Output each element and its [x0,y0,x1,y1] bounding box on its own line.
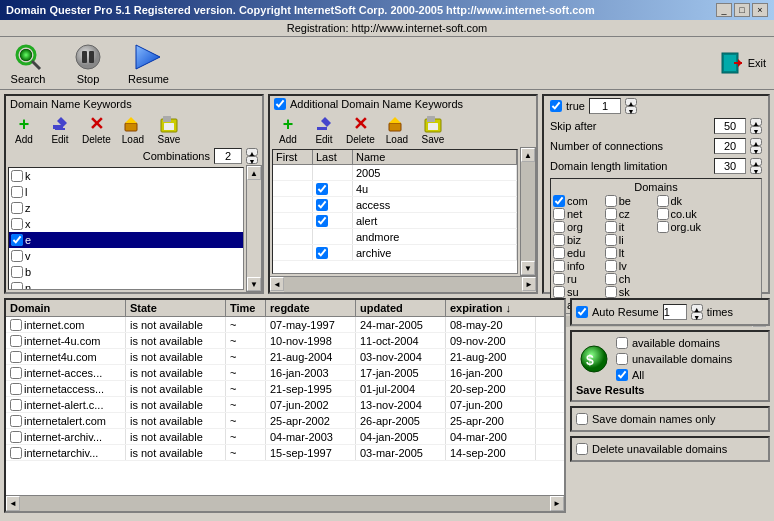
col-regdate-header[interactable]: regdate [266,300,356,316]
kw-item[interactable]: v [9,248,243,264]
domain-ru[interactable]: ru [553,273,604,285]
domain-lt[interactable]: lt [605,247,656,259]
auto-resume-down[interactable]: ▼ [691,312,703,320]
addkw-delete-button[interactable]: ✕ Delete [346,114,375,145]
kw-edit-button[interactable]: Edit [46,114,74,145]
all-checkbox[interactable] [616,369,628,381]
table-row[interactable]: internet.com is not available ~ 07-may-1… [6,317,564,333]
delete-unavailable-panel[interactable]: Delete unavailable domains [570,436,770,462]
length-down[interactable]: ▼ [750,166,762,174]
grid-row[interactable]: 4u [273,181,517,197]
domain-edu[interactable]: edu [553,247,604,259]
save-domain-checkbox[interactable] [576,413,588,425]
table-hscroll-left[interactable]: ◄ [6,496,20,511]
kw-add-button[interactable]: + Add [10,114,38,145]
save-domain-panel[interactable]: Save domain names only [570,406,770,432]
table-row[interactable]: internetalert.com is not available ~ 25-… [6,413,564,429]
grid-row[interactable]: 2005 [273,165,517,181]
using-hyphens-checkbox[interactable] [550,100,562,112]
grid-row[interactable]: andmore [273,229,517,245]
skip-after-down[interactable]: ▼ [750,126,762,134]
table-hscroll-right[interactable]: ► [550,496,564,511]
save-domain-row[interactable]: Save domain names only [576,412,764,426]
combinations-up[interactable]: ▲ [246,148,258,156]
connections-input[interactable] [714,138,746,154]
hscroll-right[interactable]: ► [522,277,536,291]
col-domain-header[interactable]: Domain [6,300,126,316]
addkw-scrollbar[interactable]: ▲ ▼ [520,147,536,276]
kw-item[interactable]: k [9,168,243,184]
additional-keywords-grid[interactable]: First Last Name 2005 4u [272,149,518,274]
minimize-button[interactable]: _ [716,3,732,17]
combinations-input[interactable] [214,148,242,164]
maximize-button[interactable]: □ [734,3,750,17]
kw-load-button[interactable]: Load [119,114,147,145]
exit-label[interactable]: Exit [748,57,766,69]
kw-item[interactable]: x [9,216,243,232]
close-button[interactable]: × [752,3,768,17]
hyphens-down[interactable]: ▼ [625,106,637,114]
domain-be[interactable]: be [605,195,656,207]
table-hscroll[interactable]: ◄ ► [6,495,564,511]
connections-up[interactable]: ▲ [750,138,762,146]
all-row[interactable]: All [616,368,732,382]
addkw-hscroll[interactable]: ◄ ► [270,276,536,292]
kw-save-button[interactable]: Save [155,114,183,145]
available-checkbox[interactable] [616,337,628,349]
domain-ch[interactable]: ch [605,273,656,285]
domain-dk[interactable]: dk [657,195,708,207]
search-button[interactable]: Search [8,41,48,85]
scrollbar-up[interactable]: ▲ [247,166,261,180]
length-input[interactable] [714,158,746,174]
kw-item[interactable]: l [9,184,243,200]
kw-delete-button[interactable]: ✕ Delete [82,114,111,145]
addkw-load-button[interactable]: Load [383,114,411,145]
length-up[interactable]: ▲ [750,158,762,166]
addkw-scrollbar-up[interactable]: ▲ [521,148,535,162]
addkw-edit-button[interactable]: Edit [310,114,338,145]
col-name-header[interactable]: Name [353,150,517,164]
domain-it[interactable]: it [605,221,656,233]
keywords-list[interactable]: k l z x e v b n m internet [8,167,244,290]
resume-button[interactable]: Resume [128,41,169,85]
domain-li[interactable]: li [605,234,656,246]
grid-row[interactable]: archive [273,245,517,261]
domain-info[interactable]: info [553,260,604,272]
available-row[interactable]: available domains [616,336,732,350]
addkw-add-button[interactable]: + Add [274,114,302,145]
skip-after-up[interactable]: ▲ [750,118,762,126]
addkw-save-button[interactable]: Save [419,114,447,145]
addkw-scrollbar-down[interactable]: ▼ [521,261,535,275]
grid-row[interactable]: access [273,197,517,213]
table-body[interactable]: internet.com is not available ~ 07-may-1… [6,317,564,495]
table-row[interactable]: internet-archiv... is not available ~ 04… [6,429,564,445]
table-row[interactable]: internet-acces... is not available ~ 16-… [6,365,564,381]
additional-keywords-checkbox[interactable] [274,98,286,110]
kw-item[interactable]: z [9,200,243,216]
auto-resume-input[interactable] [663,304,687,320]
combinations-down[interactable]: ▼ [246,156,258,164]
domain-couk[interactable]: co.uk [657,208,708,220]
kw-item[interactable]: n [9,280,243,290]
skip-after-input[interactable] [714,118,746,134]
scrollbar-down[interactable]: ▼ [247,277,261,291]
unavailable-row[interactable]: unavailable domains [616,352,732,366]
domain-sk[interactable]: sk [605,286,656,298]
domain-orguk[interactable]: org.uk [657,221,708,233]
table-row[interactable]: internet-alert.c... is not available ~ 0… [6,397,564,413]
domain-cz[interactable]: cz [605,208,656,220]
hyphens-up[interactable]: ▲ [625,98,637,106]
kw-item-selected[interactable]: e [9,232,243,248]
connections-down[interactable]: ▼ [750,146,762,154]
domain-su[interactable]: su [553,286,604,298]
stop-button[interactable]: Stop [68,41,108,85]
auto-resume-up[interactable]: ▲ [691,304,703,312]
col-expiration-header[interactable]: expiration ↓ [446,300,536,316]
hscroll-left[interactable]: ◄ [270,277,284,291]
kw-item[interactable]: b [9,264,243,280]
col-state-header[interactable]: State [126,300,226,316]
domain-org[interactable]: org [553,221,604,233]
col-updated-header[interactable]: updated [356,300,446,316]
delete-unavailable-checkbox[interactable] [576,443,588,455]
auto-resume-checkbox[interactable] [576,306,588,318]
